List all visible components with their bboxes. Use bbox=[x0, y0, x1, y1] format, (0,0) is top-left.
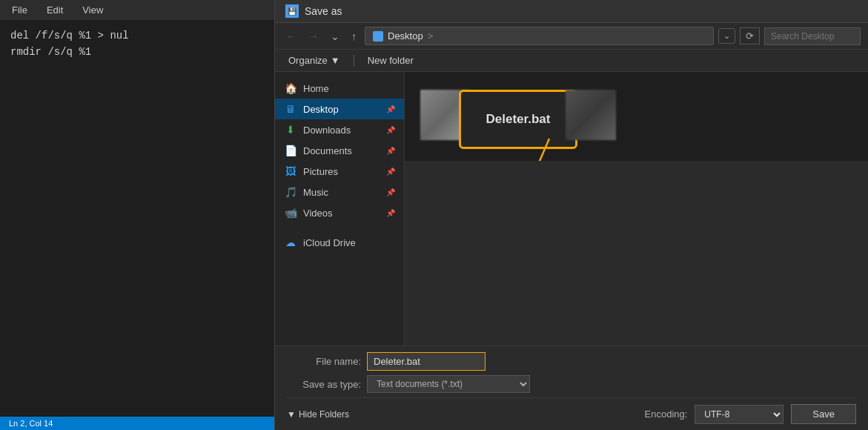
sidebar-label-home: Home bbox=[303, 83, 329, 94]
new-folder-button[interactable]: New folder bbox=[365, 53, 417, 67]
videos-icon: 📹 bbox=[284, 206, 297, 219]
address-path: Desktop bbox=[388, 30, 423, 42]
save-as-dialog: 💾 Save as ← → ⌄ ↑ Desktop > ⌄ ⟳ Organize… bbox=[274, 0, 868, 430]
dialog-main: 🏠 Home 🖥 Desktop 📌 ⬇ Downloads 📌 📄 Docum… bbox=[275, 72, 868, 345]
address-bar[interactable]: Desktop > bbox=[365, 27, 714, 45]
editor-menubar: File Edit View bbox=[0, 0, 274, 20]
nav-dropdown-button[interactable]: ⌄ bbox=[327, 28, 343, 44]
nav-up-button[interactable]: ↑ bbox=[348, 28, 360, 44]
icloud-icon: ☁ bbox=[284, 236, 297, 249]
refresh-button[interactable]: ⟳ bbox=[740, 27, 760, 44]
menu-view[interactable]: View bbox=[79, 3, 106, 17]
nav-back-button[interactable]: ← bbox=[282, 28, 300, 44]
sidebar-label-documents: Documents bbox=[303, 145, 352, 156]
sidebar-label-videos: Videos bbox=[303, 208, 333, 219]
toolbar-row: Organize ▼ New folder bbox=[275, 50, 868, 72]
sidebar-item-music[interactable]: 🎵 Music 📌 bbox=[275, 182, 404, 202]
dialog-title: Save as bbox=[305, 5, 342, 17]
pin-icon-documents: 📌 bbox=[386, 147, 395, 155]
organize-chevron-icon: ▼ bbox=[331, 55, 340, 66]
pin-icon-pictures: 📌 bbox=[386, 168, 395, 176]
filename-input[interactable] bbox=[367, 352, 486, 371]
sidebar-label-downloads: Downloads bbox=[303, 125, 351, 136]
sidebar-item-videos[interactable]: 📹 Videos 📌 bbox=[275, 202, 404, 223]
filetype-select[interactable]: Text documents (*.txt) bbox=[367, 375, 530, 393]
code-line-1: del /f/s/q %1 > nul bbox=[10, 27, 264, 44]
editor-panel: File Edit View del /f/s/q %1 > nul rmdir… bbox=[0, 0, 274, 430]
sidebar-item-desktop[interactable]: 🖥 Desktop 📌 bbox=[275, 99, 404, 119]
pin-icon-music: 📌 bbox=[386, 188, 395, 196]
dialog-icon: 💾 bbox=[285, 4, 299, 18]
file-item-deleter[interactable]: Deleter.bat bbox=[485, 85, 551, 153]
pin-icon-videos: 📌 bbox=[386, 209, 395, 217]
dialog-bottom: File name: Save as type: Text documents … bbox=[275, 345, 868, 430]
music-icon: 🎵 bbox=[284, 185, 297, 199]
sidebar: 🏠 Home 🖥 Desktop 📌 ⬇ Downloads 📌 📄 Docum… bbox=[275, 72, 405, 345]
sidebar-label-pictures: Pictures bbox=[303, 166, 338, 177]
dialog-titlebar: 💾 Save as bbox=[275, 0, 868, 23]
sidebar-item-icloud[interactable]: ☁ iCloud Drive bbox=[275, 232, 404, 253]
organize-button[interactable]: Organize ▼ bbox=[285, 53, 343, 67]
pin-icon-desktop: 📌 bbox=[386, 105, 395, 113]
file-area-wrapper: Deleter.bat bbox=[405, 72, 868, 345]
encoding-row: Encoding: UTF-8 Save bbox=[645, 404, 856, 424]
sidebar-item-pictures[interactable]: 🖼 Pictures 📌 bbox=[275, 161, 404, 182]
sidebar-label-icloud: iCloud Drive bbox=[303, 237, 356, 248]
sidebar-spacer bbox=[275, 223, 404, 232]
nav-toolbar: ← → ⌄ ↑ Desktop > ⌄ ⟳ bbox=[275, 23, 868, 50]
encoding-select[interactable]: UTF-8 bbox=[695, 405, 783, 424]
menu-file[interactable]: File bbox=[9, 3, 30, 17]
editor-status: Ln 2, Col 14 bbox=[0, 417, 274, 430]
save-button[interactable]: Save bbox=[791, 404, 856, 424]
menu-edit[interactable]: Edit bbox=[44, 3, 66, 17]
code-line-2: rmdir /s/q %1 bbox=[10, 44, 264, 60]
path-icon bbox=[373, 31, 383, 42]
filename-row: File name: bbox=[287, 352, 856, 371]
address-separator: > bbox=[428, 30, 434, 42]
toolbar-separator bbox=[354, 55, 354, 67]
editor-content: del /f/s/q %1 > nul rmdir /s/q %1 bbox=[0, 20, 274, 417]
file-area: Deleter.bat bbox=[405, 72, 868, 161]
downloads-icon: ⬇ bbox=[284, 123, 297, 136]
sidebar-item-home[interactable]: 🏠 Home bbox=[275, 78, 404, 99]
sidebar-label-music: Music bbox=[303, 187, 328, 198]
pictures-icon: 🖼 bbox=[284, 165, 297, 178]
deleter-callout-box: Deleter.bat bbox=[459, 90, 577, 149]
bottom-controls: ▼ Hide Folders Encoding: UTF-8 Save bbox=[287, 397, 856, 424]
hide-folders-chevron-icon: ▼ bbox=[287, 409, 296, 420]
address-dropdown-button[interactable]: ⌄ bbox=[718, 28, 735, 44]
filetype-row: Save as type: Text documents (*.txt) bbox=[287, 375, 856, 393]
deleter-filename-display: Deleter.bat bbox=[486, 112, 551, 127]
home-icon: 🏠 bbox=[284, 82, 297, 95]
filename-label: File name: bbox=[287, 356, 361, 367]
desktop-icon: 🖥 bbox=[284, 102, 297, 116]
documents-icon: 📄 bbox=[284, 144, 297, 157]
sidebar-item-downloads[interactable]: ⬇ Downloads 📌 bbox=[275, 119, 404, 140]
sidebar-label-desktop: Desktop bbox=[303, 104, 339, 115]
file-thumb-3 bbox=[566, 90, 616, 140]
sidebar-item-documents[interactable]: 📄 Documents 📌 bbox=[275, 140, 404, 161]
nav-forward-button[interactable]: → bbox=[305, 28, 322, 44]
encoding-label: Encoding: bbox=[645, 408, 688, 420]
hide-folders-button[interactable]: ▼ Hide Folders bbox=[287, 409, 349, 420]
pin-icon-downloads: 📌 bbox=[386, 126, 395, 134]
search-input[interactable] bbox=[764, 27, 861, 45]
filetype-label: Save as type: bbox=[287, 379, 361, 390]
